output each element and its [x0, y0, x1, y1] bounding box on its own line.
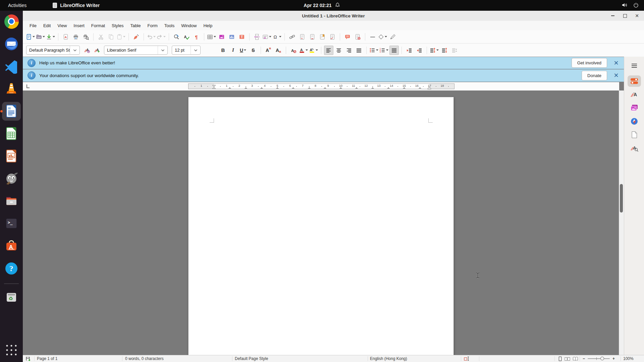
- line-spacing-button[interactable]: [430, 46, 439, 55]
- insert-table-button[interactable]: [207, 32, 216, 42]
- undo-button[interactable]: [147, 32, 156, 42]
- font-name-combobox-dropdown-arrow[interactable]: [158, 46, 167, 54]
- dock-files[interactable]: [3, 193, 19, 209]
- zoom-percent[interactable]: 100%: [623, 355, 634, 362]
- paragraph-style-combobox[interactable]: Default Paragraph Styl: [26, 46, 80, 55]
- power-icon[interactable]: [633, 2, 639, 9]
- insert-endnote-button[interactable]: [308, 32, 317, 42]
- menu-table[interactable]: Table: [127, 22, 144, 29]
- align-left-button[interactable]: [324, 46, 333, 55]
- line-spacing-dropdown-arrow[interactable]: [436, 49, 439, 51]
- sidebar-tab-page-deck[interactable]: [628, 129, 641, 140]
- decrease-indent-button[interactable]: [415, 46, 424, 55]
- dock-libreoffice-writer[interactable]: [3, 103, 19, 119]
- sidebar-tab-styles[interactable]: A: [628, 89, 641, 100]
- font-size-combobox-value[interactable]: 12 pt: [172, 48, 191, 53]
- volume-icon[interactable]: [622, 3, 627, 8]
- dock-libreoffice-impress[interactable]: [3, 148, 19, 164]
- sidebar-tab-navigator[interactable]: [628, 116, 641, 127]
- print-preview-button[interactable]: [81, 32, 91, 42]
- insert-page-break-button[interactable]: [252, 32, 262, 42]
- insert-footnote-button[interactable]: [298, 32, 307, 42]
- ordered-list-button[interactable]: 123: [379, 46, 389, 55]
- insert-comment-button[interactable]: [343, 32, 352, 42]
- new-document-button[interactable]: [26, 32, 35, 42]
- insert-bookmark-button[interactable]: [318, 32, 327, 42]
- increase-indent-button[interactable]: [405, 46, 414, 55]
- vertical-scrollbar[interactable]: [619, 90, 624, 355]
- ordered-list-dropdown-arrow[interactable]: [385, 49, 389, 51]
- basic-shapes-dropdown-arrow[interactable]: [384, 36, 387, 38]
- redo-dropdown-arrow[interactable]: [163, 36, 166, 38]
- insert-horizontal-line-button[interactable]: [368, 32, 377, 42]
- font-size-combobox-dropdown-arrow[interactable]: [191, 46, 200, 54]
- redo-button[interactable]: [157, 32, 166, 42]
- paste-button[interactable]: [116, 32, 126, 42]
- insert-text-box-button[interactable]: T: [237, 32, 247, 42]
- insert-table-dropdown-arrow[interactable]: [213, 36, 216, 38]
- spelling-button[interactable]: A: [182, 32, 191, 42]
- undo-dropdown-arrow[interactable]: [153, 36, 156, 38]
- activities-button[interactable]: Activities: [5, 2, 29, 9]
- minimize-button[interactable]: [610, 13, 616, 19]
- sidebar-tab-properties[interactable]: [628, 75, 641, 87]
- print-button[interactable]: [71, 32, 80, 42]
- infobar-close-icon[interactable]: ✕: [612, 72, 621, 79]
- dock-chrome[interactable]: [3, 13, 19, 29]
- paste-dropdown-arrow[interactable]: [122, 36, 126, 38]
- insert-hyperlink-button[interactable]: [287, 32, 297, 42]
- dock-terminal[interactable]: >_: [3, 216, 19, 232]
- strikethrough-button[interactable]: S: [249, 46, 258, 55]
- get-involved-button[interactable]: Get involved: [572, 58, 607, 68]
- highlighting-color-dropdown-arrow[interactable]: [315, 49, 318, 51]
- document-page[interactable]: [188, 97, 454, 355]
- dock-trash[interactable]: ♻: [3, 289, 19, 305]
- cut-button[interactable]: [96, 32, 106, 42]
- insert-chart-button[interactable]: [227, 32, 236, 42]
- italic-button[interactable]: I: [228, 46, 238, 55]
- increase-paragraph-spacing-button[interactable]: [440, 46, 449, 55]
- document-canvas[interactable]: [23, 90, 624, 355]
- menu-file[interactable]: File: [26, 22, 40, 29]
- menu-help[interactable]: Help: [200, 22, 216, 29]
- copy-button[interactable]: [106, 32, 116, 42]
- font-color-dropdown-arrow[interactable]: [305, 49, 308, 51]
- close-button[interactable]: ✕: [634, 13, 640, 19]
- word-count-status[interactable]: 0 words, 0 characters: [125, 355, 164, 362]
- subscript-button[interactable]: AB: [274, 46, 283, 55]
- clear-formatting-button[interactable]: A: [289, 46, 298, 55]
- dock-libreoffice-calc[interactable]: [3, 126, 19, 142]
- save-dropdown-arrow[interactable]: [52, 36, 55, 38]
- paragraph-style-combobox-dropdown-arrow[interactable]: [70, 46, 79, 54]
- dock-gimp[interactable]: [3, 171, 19, 187]
- save-button[interactable]: [46, 32, 55, 42]
- align-center-button[interactable]: [334, 46, 343, 55]
- bold-button[interactable]: B: [218, 46, 228, 55]
- donate-button[interactable]: Donate: [582, 71, 607, 80]
- formatting-marks-button[interactable]: ¶: [192, 32, 201, 42]
- sidebar-tab-style-inspector[interactable]: A: [628, 142, 641, 154]
- horizontal-ruler[interactable]: 1123456789101112131415161718: [188, 83, 454, 89]
- font-color-button[interactable]: A: [299, 46, 308, 55]
- open-file-button[interactable]: [36, 32, 45, 42]
- insert-cross-reference-button[interactable]: [328, 32, 337, 42]
- single-page-view-button[interactable]: [558, 356, 562, 361]
- find-and-replace-button[interactable]: [172, 32, 181, 42]
- app-menu-button[interactable]: LibreOffice Writer: [53, 3, 100, 8]
- scrollbar-thumb[interactable]: [620, 184, 623, 213]
- menu-form[interactable]: Form: [144, 22, 161, 29]
- new-style-button[interactable]: A: [92, 46, 102, 55]
- dock-vscode[interactable]: [3, 58, 19, 74]
- zoom-in-button[interactable]: +: [612, 356, 615, 361]
- left-indent-marker[interactable]: [212, 84, 216, 90]
- font-name-combobox[interactable]: Liberation Serif: [104, 46, 168, 55]
- zoom-out-button[interactable]: −: [583, 356, 585, 361]
- menu-format[interactable]: Format: [88, 22, 108, 29]
- menu-tools[interactable]: Tools: [161, 22, 178, 29]
- menu-view[interactable]: View: [54, 22, 70, 29]
- decrease-paragraph-spacing-button[interactable]: [450, 46, 459, 55]
- clone-formatting-button[interactable]: [131, 32, 141, 42]
- justified-button[interactable]: [354, 46, 364, 55]
- paragraph-style-combobox-value[interactable]: Default Paragraph Styl: [26, 48, 70, 53]
- dock-thunderbird[interactable]: [3, 36, 19, 52]
